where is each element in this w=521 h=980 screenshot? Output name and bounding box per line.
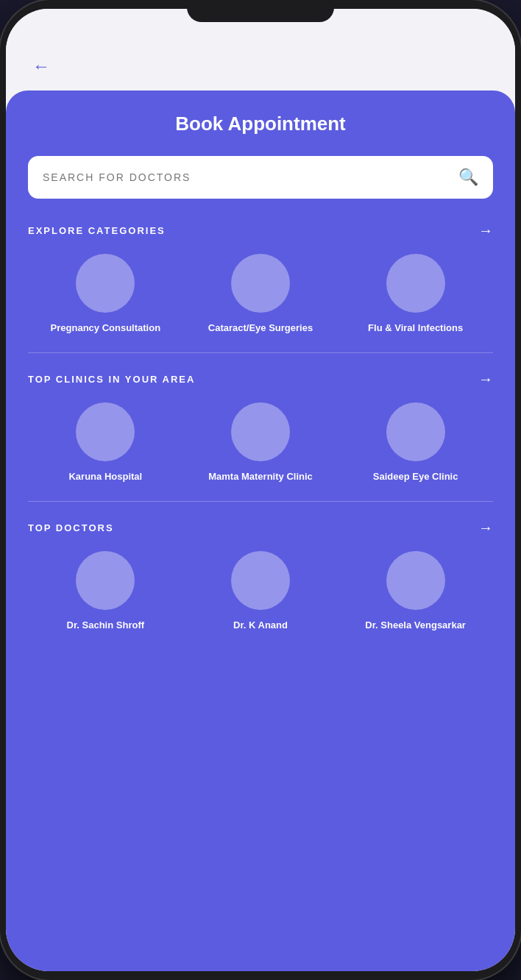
clinic-label-mamta: Mamta Maternity Clinic [208,470,313,483]
doctors-arrow-icon[interactable]: → [478,519,493,536]
category-item-pregnancy[interactable]: Pregnancy Consultation [36,254,176,335]
category-avatar-cataract [231,254,290,313]
clinics-title: TOP CLINICS IN YOUR AREA [28,374,195,385]
category-avatar-pregnancy [76,254,135,313]
doctor-label-kanand: Dr. K Anand [233,619,288,632]
doctor-avatar-kanand [231,551,290,610]
clinics-arrow-icon[interactable]: → [478,371,493,388]
clinic-item-karuna[interactable]: Karuna Hospital [36,402,176,483]
doctor-item-sheela[interactable]: Dr. Sheela Vengsarkar [346,551,486,632]
clinic-label-saideep: Saideep Eye Clinic [373,470,458,483]
categories-header: EXPLORE CATEGORIES → [28,222,493,239]
clinic-avatar-karuna [76,402,135,461]
doctor-label-sachin: Dr. Sachin Shroff [67,619,144,632]
search-icon[interactable]: 🔍 [458,168,478,187]
category-avatar-flu [386,254,445,313]
page-title: Book Appointment [28,113,493,135]
doctors-header: TOP DOCTORS → [28,519,493,536]
divider-1 [28,352,493,353]
phone-frame: ← Book Appointment 🔍 EXPLORE CATEGORIES … [0,0,521,980]
phone-screen: ← Book Appointment 🔍 EXPLORE CATEGORIES … [6,9,515,971]
doctor-avatar-sheela [386,551,445,610]
back-arrow-icon: ← [32,56,50,77]
back-button[interactable]: ← [28,53,54,79]
category-label-flu: Flu & Viral Infections [368,322,463,335]
categories-title: EXPLORE CATEGORIES [28,225,166,236]
categories-grid: Pregnancy Consultation Cataract/Eye Surg… [28,254,493,335]
clinics-header: TOP CLINICS IN YOUR AREA → [28,371,493,388]
category-label-pregnancy: Pregnancy Consultation [51,322,161,335]
divider-2 [28,501,493,502]
doctor-item-kanand[interactable]: Dr. K Anand [191,551,330,632]
phone-notch [187,0,334,22]
clinic-avatar-mamta [231,402,290,461]
clinic-item-mamta[interactable]: Mamta Maternity Clinic [191,402,330,483]
doctor-item-sachin[interactable]: Dr. Sachin Shroff [36,551,176,632]
main-content: Book Appointment 🔍 EXPLORE CATEGORIES → … [6,90,515,971]
search-input[interactable] [43,171,458,183]
clinic-label-karuna: Karuna Hospital [68,470,142,483]
nav-bar: ← [6,46,515,90]
category-label-cataract: Cataract/Eye Surgeries [208,322,313,335]
clinic-avatar-saideep [386,402,445,461]
search-bar: 🔍 [28,156,493,199]
doctors-title: TOP DOCTORS [28,522,114,533]
doctor-avatar-sachin [76,551,135,610]
category-item-flu[interactable]: Flu & Viral Infections [346,254,486,335]
clinic-item-saideep[interactable]: Saideep Eye Clinic [346,402,486,483]
clinics-grid: Karuna Hospital Mamta Maternity Clinic S… [28,402,493,483]
doctor-label-sheela: Dr. Sheela Vengsarkar [365,619,466,632]
category-item-cataract[interactable]: Cataract/Eye Surgeries [191,254,330,335]
categories-arrow-icon[interactable]: → [478,222,493,239]
doctors-grid: Dr. Sachin Shroff Dr. K Anand Dr. Sheela… [28,551,493,632]
